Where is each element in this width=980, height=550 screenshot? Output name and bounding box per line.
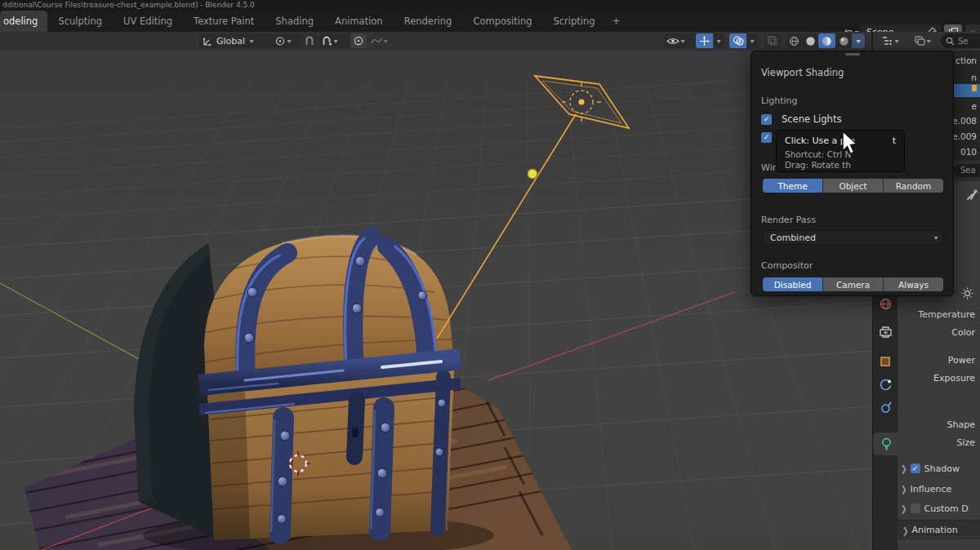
tab-physics-properties[interactable] xyxy=(873,373,898,396)
tab-uv-editing[interactable]: UV Editing xyxy=(113,11,183,32)
popover-title: Viewport Shading xyxy=(761,67,844,78)
tab-texture-paint[interactable]: Texture Paint xyxy=(183,11,265,32)
wire-color-theme-button[interactable]: Theme xyxy=(763,179,823,193)
outliner-filter-dropdown[interactable]: ▾ xyxy=(911,33,936,48)
viewport-shading-popover: Viewport Shading Lighting ✓ Scene Lights… xyxy=(751,51,954,296)
tab-rendering[interactable]: Rendering xyxy=(394,11,463,32)
label-temperature: Temperature xyxy=(918,309,975,320)
section-custom-distance[interactable]: ❯ Custom D xyxy=(901,501,980,516)
add-workspace-button[interactable]: + xyxy=(606,11,627,32)
label-exposure: Exposure xyxy=(933,373,975,384)
treasure-chest[interactable] xyxy=(134,236,461,540)
gizmo-dropdown[interactable]: ▾ xyxy=(714,33,724,48)
rendered-sphere-icon xyxy=(839,36,849,47)
render-pass-label: Render Pass xyxy=(761,215,816,225)
label-power: Power xyxy=(948,355,975,366)
pivot-point-dropdown[interactable]: ▾ xyxy=(272,33,303,48)
label-shape: Shape xyxy=(947,419,975,430)
custom-distance-checkbox[interactable] xyxy=(911,503,920,513)
section-influence[interactable]: ❯ Influence xyxy=(901,481,980,496)
visibility-dropdown[interactable]: ▾ xyxy=(664,33,697,48)
rendered-shading-button[interactable] xyxy=(835,33,852,48)
tab-scripting[interactable]: Scripting xyxy=(543,11,606,32)
outliner-search-input[interactable]: Se xyxy=(941,33,980,48)
tab-object-properties[interactable] xyxy=(873,350,898,373)
scene-lights-checkbox[interactable]: ✓ xyxy=(761,114,772,125)
chevron-down-icon: ▾ xyxy=(383,38,387,45)
tab-light-data-properties[interactable] xyxy=(873,432,899,455)
physics-icon xyxy=(880,379,892,391)
overlays-icon xyxy=(733,36,744,46)
tooltip-line3: Drag: Rotate th xyxy=(785,160,851,170)
tab-output-properties[interactable] xyxy=(873,321,898,344)
chevron-right-icon: ❯ xyxy=(901,503,907,513)
snap-settings-dropdown[interactable]: ▾ xyxy=(319,33,352,48)
chevron-down-icon: ▾ xyxy=(894,38,898,45)
chevron-down-icon: ▾ xyxy=(287,38,291,45)
compositor-camera-button[interactable]: Camera xyxy=(823,277,884,291)
section-shadow[interactable]: ❯ ✓ Shadow xyxy=(901,461,980,476)
shading-popover-button[interactable]: ▾ xyxy=(852,33,865,48)
world-icon xyxy=(880,298,892,310)
shadow-checkbox[interactable]: ✓ xyxy=(911,464,920,473)
falloff-curve-icon xyxy=(371,37,382,45)
magnet-icon xyxy=(305,36,314,46)
tab-sculpting[interactable]: Sculpting xyxy=(47,11,113,32)
tab-animation[interactable]: Animation xyxy=(324,11,394,32)
chevron-right-icon: ❯ xyxy=(901,464,907,473)
xray-toggle[interactable] xyxy=(764,33,781,48)
show-overlays-toggle[interactable] xyxy=(729,33,746,48)
popover-handle xyxy=(845,53,860,55)
proportional-falloff-dropdown[interactable]: ▾ xyxy=(368,33,391,48)
proportional-circle-icon xyxy=(354,36,363,46)
chevron-down-icon: ▾ xyxy=(249,38,253,45)
workspace-tabbar: odeling Sculpting UV Editing Texture Pai… xyxy=(0,11,980,32)
viewport-header: Global ▾ ▾ ▾ ▾ ▾ ▾ ▾ xyxy=(0,32,980,51)
chevron-down-icon: ▾ xyxy=(927,38,931,45)
scene-lights-row[interactable]: ✓ Scene Lights xyxy=(761,113,841,125)
wire-color-object-button[interactable]: Object xyxy=(823,179,884,193)
tab-constraints-properties[interactable] xyxy=(873,396,898,419)
tool-icon[interactable] xyxy=(966,189,978,201)
mouse-cursor xyxy=(839,130,858,157)
wireframe-shading-button[interactable] xyxy=(786,33,802,48)
object-square-icon xyxy=(880,356,891,367)
proportional-editing-button[interactable] xyxy=(350,33,367,48)
scene-world-checkbox[interactable]: ✓ xyxy=(761,132,772,143)
3d-viewport[interactable] xyxy=(0,51,872,550)
chevron-down-icon: ▾ xyxy=(933,234,938,242)
snap-target-icon xyxy=(322,36,332,46)
transform-orientation-dropdown[interactable]: Global ▾ xyxy=(199,33,274,48)
object-icon-sliver xyxy=(972,85,977,91)
outliner-icon xyxy=(882,36,893,46)
gizmo-icon xyxy=(699,36,710,47)
filter-icon xyxy=(915,36,925,46)
show-gizmo-toggle[interactable] xyxy=(696,33,713,48)
compositor-always-button[interactable]: Always xyxy=(884,277,943,291)
solid-shading-button[interactable] xyxy=(802,33,818,48)
chevron-right-icon: ❯ xyxy=(901,484,907,494)
search-icon xyxy=(946,37,955,46)
eye-icon xyxy=(666,37,679,46)
lighting-label: Lighting xyxy=(761,95,797,106)
section-animation[interactable]: ❯ Animation xyxy=(898,520,980,539)
xray-icon xyxy=(768,36,777,46)
tab-compositing[interactable]: Compositing xyxy=(462,11,542,32)
material-preview-button[interactable] xyxy=(818,33,835,48)
properties-search-input[interactable]: Sea xyxy=(954,164,980,177)
outliner-editor-type-dropdown[interactable]: ▾ xyxy=(879,33,903,48)
orientation-axes-icon xyxy=(202,36,213,47)
window-title: dditional\Course Files\treasure-chest_ex… xyxy=(0,0,980,11)
tab-shading[interactable]: Shading xyxy=(265,11,324,32)
tab-modeling[interactable]: odeling xyxy=(0,11,47,32)
tooltip-line1-tail: t xyxy=(893,135,896,146)
overlays-dropdown[interactable]: ▾ xyxy=(747,33,758,48)
render-pass-dropdown[interactable]: Combined ▾ xyxy=(763,230,943,245)
label-color: Color xyxy=(951,327,975,338)
wire-color-random-button[interactable]: Random xyxy=(884,179,943,193)
printer-icon xyxy=(880,326,892,338)
chevron-down-icon: ▾ xyxy=(680,38,684,45)
outliner-search-hint: Se xyxy=(958,37,969,46)
compositor-disabled-button[interactable]: Disabled xyxy=(763,277,823,291)
snap-toggle-button[interactable] xyxy=(301,33,318,48)
